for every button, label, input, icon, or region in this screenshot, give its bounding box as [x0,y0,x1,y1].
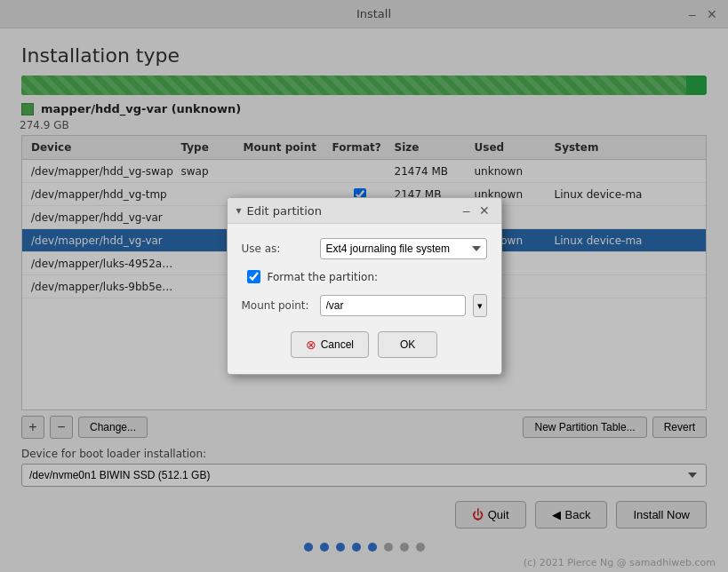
modal-body: Use as: Ext4 journaling file system Ext2… [228,224,501,374]
mount-point-dropdown-button[interactable]: ▾ [473,294,487,317]
format-checkbox[interactable] [247,270,260,283]
modal-minimize-button[interactable]: – [460,203,473,218]
use-as-select[interactable]: Ext4 journaling file system Ext2 file sy… [320,238,487,259]
modal-footer: ⊗ Cancel OK [242,331,487,363]
cancel-label: Cancel [321,338,354,351]
cancel-icon: ⊗ [306,338,316,352]
mount-point-input[interactable] [320,295,466,316]
modal-overlay: ▾ Edit partition – ✕ Use as: Ext4 journa… [0,0,728,572]
mount-point-row: Mount point: ▾ [242,294,487,317]
modal-arrow-icon: ▾ [236,204,242,217]
modal-titlebar: ▾ Edit partition – ✕ [228,198,501,224]
modal-close-button[interactable]: ✕ [476,203,492,218]
cancel-button[interactable]: ⊗ Cancel [291,331,369,358]
format-row: Format the partition: [242,270,487,283]
format-label: Format the partition: [268,271,379,283]
use-as-row: Use as: Ext4 journaling file system Ext2… [242,238,487,259]
modal-title: Edit partition [247,204,322,218]
ok-button[interactable]: OK [378,331,437,358]
edit-partition-dialog: ▾ Edit partition – ✕ Use as: Ext4 journa… [227,197,502,375]
mount-point-label: Mount point: [242,299,313,312]
use-as-label: Use as: [242,242,313,255]
